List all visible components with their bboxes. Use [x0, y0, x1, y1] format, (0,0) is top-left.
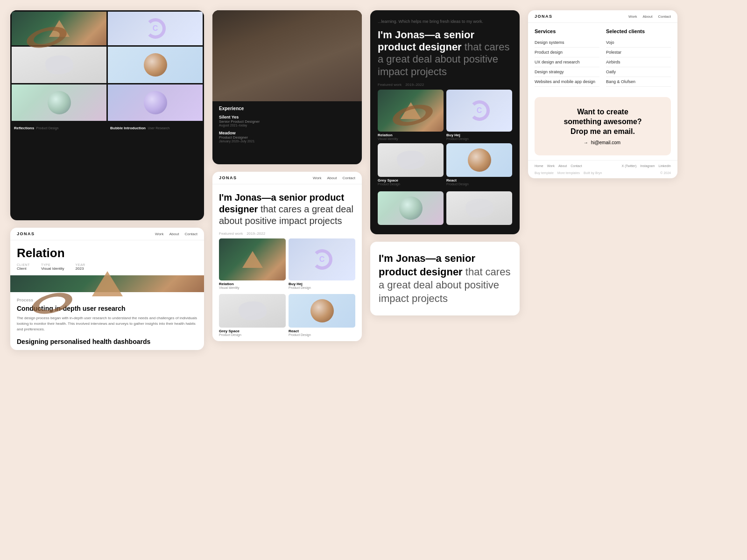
svc-nav-about[interactable]: About — [643, 14, 653, 19]
nav-work[interactable]: Work — [155, 232, 164, 236]
featured-section: Featured work 2019–2022 Relation Visual … — [212, 231, 362, 294]
dark-headline-bold: I'm Jonas—a senior product designer — [378, 29, 474, 53]
dark-tile-1[interactable]: Relation Visual Identity — [378, 90, 444, 140]
project-name-6: Bubble Introduction — [110, 126, 146, 130]
main-logo: JONAS — [219, 175, 237, 180]
case-study-nav: JONAS Work About Contact — [10, 228, 204, 240]
project-cell-bubble[interactable]: Bubble Introduction User Research — [108, 84, 203, 121]
main-nav-about[interactable]: About — [327, 176, 337, 180]
device-experience: Experience Silent Yes Senior Product Des… — [212, 10, 362, 164]
dark-feat-label: Featured work 2019–2022 — [378, 83, 512, 87]
company-1: Silent Yes — [219, 115, 355, 119]
company-2: Meadow — [219, 131, 355, 135]
featured-tile-2[interactable]: C Buy Hej Product Design — [289, 238, 355, 289]
project-type-6: User Research — [148, 126, 169, 130]
more-tile-1[interactable]: Grey Space Product Design — [219, 294, 286, 336]
footer-instagram[interactable]: Instagram — [640, 164, 655, 168]
services-nav-links[interactable]: Work About Contact — [628, 14, 671, 19]
case-study-title: Relation — [10, 240, 204, 263]
footer-bottom: Buy template More templates Built by Bry… — [528, 169, 677, 178]
more-tile-2[interactable]: React Product Design — [289, 294, 355, 336]
dark-featured: Featured work 2019–2022 Relation Visual … — [370, 83, 520, 140]
nav-logo: JONAS — [17, 231, 35, 236]
nav-links[interactable]: Work About Contact — [155, 232, 197, 236]
bio-bold: I'm Jonas—a senior product designer — [379, 252, 475, 278]
services-logo: JONAS — [535, 14, 553, 19]
buy-links[interactable]: Buy template More templates Built by Bry… — [535, 171, 602, 175]
dark-more-2[interactable]: React Product Design — [446, 143, 512, 186]
client-item-3: Airbirds — [606, 57, 671, 67]
footer-work[interactable]: Work — [547, 164, 555, 168]
nav-about[interactable]: About — [169, 232, 179, 236]
project-name-5: Reflections — [14, 126, 34, 130]
dark-headline: I'm Jonas—a senior product designer that… — [378, 29, 512, 78]
buy-template[interactable]: Buy template — [535, 171, 554, 175]
device-case-study: JONAS Work About Contact Relation Client… — [10, 228, 204, 350]
service-item-4: Design strategy — [535, 67, 599, 77]
footer: Home Work About Contact X (Twitter) Inst… — [528, 160, 677, 169]
date-2: January 2020–July 2021 — [219, 140, 355, 143]
footer-nav-links[interactable]: Home Work About Contact — [535, 164, 582, 168]
featured-tile-1[interactable]: Relation Visual Identity — [219, 238, 286, 289]
job-item-1: Silent Yes Senior Product Designer Augus… — [219, 115, 355, 127]
client-item-4: Oatly — [606, 67, 671, 77]
role-2: Product Designer — [219, 135, 355, 140]
service-item-1: Design systems — [535, 38, 599, 48]
footer-about[interactable]: About — [558, 164, 567, 168]
dark-more-grid: Grey Space Product Design React Product … — [378, 143, 512, 186]
bio-content: I'm Jonas—a senior product designer that… — [370, 242, 520, 315]
dark-extra-2[interactable] — [446, 191, 512, 225]
dark-more-1[interactable]: Grey Space Product Design — [378, 143, 444, 186]
clients-list: Vojo Polestar Airbirds Oatly Bang & Oluf… — [606, 38, 671, 87]
dark-grid: Relation Visual Identity C Buy Hej Produ… — [378, 90, 512, 140]
dark-tile-2[interactable]: C Buy Hej Product Design — [446, 90, 512, 140]
dark-extra-1[interactable] — [378, 191, 444, 225]
more-grid: Grey Space Product Design React Product … — [219, 294, 355, 336]
dark-hero-text: ...learning. Which helps me bring fresh … — [370, 10, 520, 83]
email-link[interactable]: hi@email.com — [591, 140, 621, 145]
services-nav: JONAS Work About Contact — [528, 10, 677, 23]
footer-linkedin[interactable]: LinkedIn — [659, 164, 671, 168]
svc-nav-contact[interactable]: Contact — [658, 14, 671, 19]
clients-heading: Selected clients — [606, 28, 671, 34]
clients-col: Selected clients Vojo Polestar Airbirds … — [606, 28, 671, 87]
meta-type: Visual Identity — [41, 266, 64, 271]
dark-more-extra — [370, 189, 520, 228]
cta-email[interactable]: → hi@email.com — [542, 140, 663, 145]
main-nav-work[interactable]: Work — [313, 176, 322, 180]
arrow-icon: → — [584, 140, 588, 145]
main-nav-links[interactable]: Work About Contact — [313, 176, 355, 180]
footer-twitter[interactable]: X (Twitter) — [622, 164, 637, 168]
more-templates[interactable]: More templates — [557, 171, 580, 175]
nav-contact[interactable]: Contact — [184, 232, 197, 236]
cta-text: Want to create something awesome? Drop m… — [542, 107, 663, 136]
main-nav-contact[interactable]: Contact — [342, 176, 355, 180]
project-cell-greyspace[interactable]: Grey Space Product Design — [12, 47, 106, 83]
cta-box: Want to create something awesome? Drop m… — [535, 97, 671, 155]
project-cell-relation[interactable]: Relation Visual Identity — [12, 12, 106, 45]
service-item-5: Websites and mobile app design — [535, 77, 599, 87]
main-headline: I'm Jonas—a senior product designer that… — [219, 192, 355, 227]
date-1: August 2021–today — [219, 124, 355, 127]
services-list: Design systems Product design UX design … — [535, 38, 599, 87]
project-cell-react[interactable]: React Product Design — [108, 47, 203, 83]
profile-photo — [212, 10, 362, 101]
process-text: The design process began with in-depth u… — [17, 315, 197, 332]
service-item-3: UX design and research — [535, 57, 599, 67]
services-col: Services Design systems Product design U… — [535, 28, 599, 87]
footer-social-links[interactable]: X (Twitter) Instagram LinkedIn — [622, 164, 671, 168]
device-bio: I'm Jonas—a senior product designer that… — [370, 242, 520, 315]
featured-label: Featured work 2019–2022 — [219, 231, 355, 236]
experience-section: Experience Silent Yes Senior Product Des… — [212, 101, 362, 151]
device-dark-portfolio-large: ...learning. Which helps me bring fresh … — [370, 10, 520, 234]
dark-pre-text: ...learning. Which helps me bring fresh … — [378, 19, 512, 25]
footer-home[interactable]: Home — [535, 164, 543, 168]
process-title-2: Designing personalised health dashboards — [10, 338, 204, 350]
meta-client: Client — [17, 266, 30, 271]
footer-contact[interactable]: Contact — [571, 164, 582, 168]
services-grid: Services Design systems Product design U… — [535, 28, 671, 87]
copyright: © 2024 — [660, 171, 671, 175]
project-cell-reflections[interactable]: Reflections Product Design — [12, 84, 106, 121]
project-cell-buyhej[interactable]: C Buy Hej Product Design — [108, 12, 203, 45]
svc-nav-work[interactable]: Work — [628, 14, 637, 19]
